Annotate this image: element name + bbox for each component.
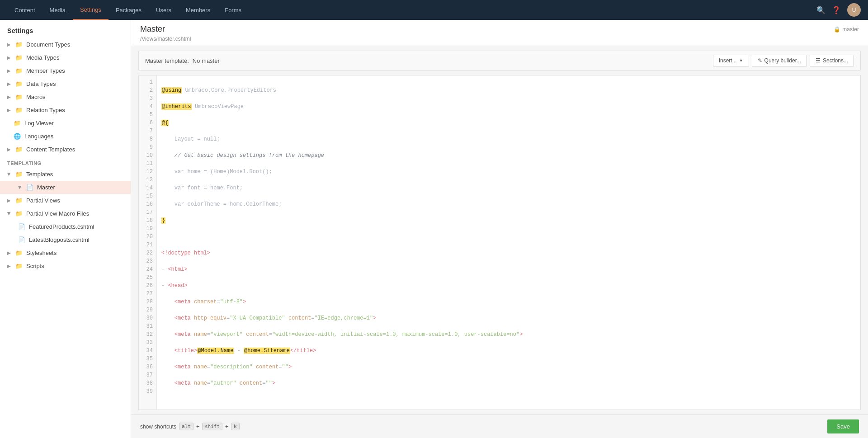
lock-icon: 🔒 [834,26,840,33]
sidebar-item-macros[interactable]: ▶ 📁 Macros [0,90,131,104]
sidebar-title: Settings [0,20,131,38]
sections-label: Sections... [823,57,848,64]
chevron-down-icon: ▶ [18,186,23,189]
folder-icon: 📁 [15,54,23,61]
file-icon: 📄 [18,223,25,230]
sidebar-item-label: LatestBlogposts.cshtml [29,236,123,243]
sidebar-item-label: Templates [26,171,123,178]
query-builder-button[interactable]: ✎ Query builder... [752,55,807,66]
nav-settings[interactable]: Settings [73,0,108,20]
pencil-icon: ✎ [758,57,762,64]
avatar[interactable]: U [847,3,861,17]
sidebar-item-document-types[interactable]: ▶ 📁 Document Types [0,38,131,51]
template-bar-right: Insert... ▼ ✎ Query builder... ☰ Section… [713,55,854,66]
sidebar-item-relation-types[interactable]: ▶ 📁 Relation Types [0,104,131,117]
template-bar: Master template: No master Insert... ▼ ✎… [138,51,861,71]
editor-title: Master [140,24,165,34]
chevron-right-icon: ▶ [7,42,11,47]
chevron-right-icon: ▶ [7,108,11,113]
nav-packages[interactable]: Packages [108,0,149,20]
sidebar-item-label: Media Types [26,54,123,61]
sidebar-item-templates[interactable]: ▶ 📁 Templates [0,168,131,181]
template-bar-label: Master template: [145,57,189,64]
templating-section-label: Templating [0,156,131,168]
insert-button[interactable]: Insert... ▼ [713,55,749,66]
folder-icon: 📁 [15,80,23,87]
chevron-right-icon: ▶ [7,198,11,203]
folder-icon: 📁 [15,250,23,256]
code-content[interactable]: @using Umbraco.Core.PropertyEditors @inh… [157,75,860,410]
folder-icon: 📁 [15,263,23,269]
sidebar-item-member-types[interactable]: ▶ 📁 Member Types [0,64,131,77]
bottom-bar: show shortcuts alt + shift + k Save [131,414,868,438]
insert-button-label: Insert... [719,57,737,64]
nav-users[interactable]: Users [149,0,179,20]
shortcut-key-k: k [231,423,240,430]
plus-icon: + [196,424,199,430]
sidebar-item-stylesheets[interactable]: ▶ 📁 Stylesheets [0,246,131,259]
chevron-right-icon: ▶ [7,94,11,99]
nav-members[interactable]: Members [179,0,217,20]
sidebar-item-languages[interactable]: 🌐 Languages [0,130,131,143]
sidebar-item-label: Scripts [26,263,123,269]
chevron-right-icon: ▶ [7,250,11,255]
sidebar-item-label: Member Types [26,67,123,74]
sidebar-item-partial-views[interactable]: ▶ 📁 Partial Views [0,194,131,207]
sidebar-item-latest-blogposts[interactable]: 📄 LatestBlogposts.cshtml [0,233,131,246]
chevron-right-icon: ▶ [7,264,11,268]
shortcuts-row: show shortcuts alt + shift + k [140,423,240,430]
caret-down-icon: ▼ [739,58,743,63]
sidebar-item-master[interactable]: ▶ 📄 Master [0,181,131,194]
sidebar: Settings ▶ 📁 Document Types ▶ 📁 Media Ty… [0,20,131,438]
folder-icon: 📁 [14,120,21,127]
sidebar-item-label: Partial View Macro Files [26,210,123,217]
folder-icon: 📁 [15,171,23,178]
nav-content[interactable]: Content [7,0,42,20]
sidebar-item-media-types[interactable]: ▶ 📁 Media Types [0,51,131,64]
sidebar-item-log-viewer[interactable]: 📁 Log Viewer [0,117,131,130]
sections-button[interactable]: ☰ Sections... [810,55,854,66]
nav-items: Content Media Settings Packages Users Me… [7,0,816,20]
folder-icon: 📁 [15,41,23,48]
chevron-right-icon: ▶ [7,68,11,73]
nav-media[interactable]: Media [42,0,73,20]
sidebar-item-content-templates[interactable]: ▶ 📁 Content Templates [0,143,131,156]
search-icon[interactable]: 🔍 [816,6,826,14]
sidebar-item-featured-products[interactable]: 📄 FeaturedProducts.cshtml [0,220,131,233]
file-icon: 📄 [26,184,33,191]
chevron-right-icon: ▶ [7,81,11,86]
chevron-right-icon: ▶ [7,55,11,60]
sidebar-item-scripts[interactable]: ▶ 📁 Scripts [0,259,131,273]
sidebar-item-label: Macros [26,94,123,100]
sidebar-item-label: Log Viewer [24,120,123,127]
save-button[interactable]: Save [827,419,859,433]
sidebar-item-label: Data Types [26,80,123,87]
template-bar-left: Master template: No master [145,57,220,64]
help-icon[interactable]: ❓ [832,6,841,14]
query-builder-label: Query builder... [764,57,801,64]
folder-icon: 📁 [15,94,23,100]
editor-lock: 🔒 master [834,26,859,33]
sidebar-item-partial-view-macro-files[interactable]: ▶ 📁 Partial View Macro Files [0,207,131,220]
editor-path: /Views/master.cshtml [140,36,859,46]
plus-icon-2: + [225,424,228,430]
main-layout: Settings ▶ 📁 Document Types ▶ 📁 Media Ty… [0,20,868,438]
content-area: Master 🔒 master /Views/master.cshtml Mas… [131,20,868,438]
line-numbers: 12345 678910 1112131415 1617181920 21222… [139,75,157,410]
editor-title-row: Master 🔒 master [140,24,859,34]
chevron-right-icon: ▶ [7,147,11,152]
folder-icon: 📁 [15,210,23,217]
sidebar-item-label: Languages [24,133,123,140]
folder-icon: 📁 [15,67,23,74]
sidebar-item-label: Document Types [26,41,123,48]
nav-forms[interactable]: Forms [217,0,249,20]
code-editor-inner: 12345 678910 1112131415 1617181920 21222… [139,75,860,410]
shortcut-key-alt: alt [179,423,193,430]
folder-icon: 📁 [15,107,23,113]
sidebar-item-label: Relation Types [26,107,123,113]
folder-icon: 📁 [15,197,23,204]
sidebar-item-label: FeaturedProducts.cshtml [29,223,123,230]
folder-icon: 📁 [15,146,23,153]
sidebar-item-data-types[interactable]: ▶ 📁 Data Types [0,77,131,90]
code-editor[interactable]: 12345 678910 1112131415 1617181920 21222… [138,75,861,410]
